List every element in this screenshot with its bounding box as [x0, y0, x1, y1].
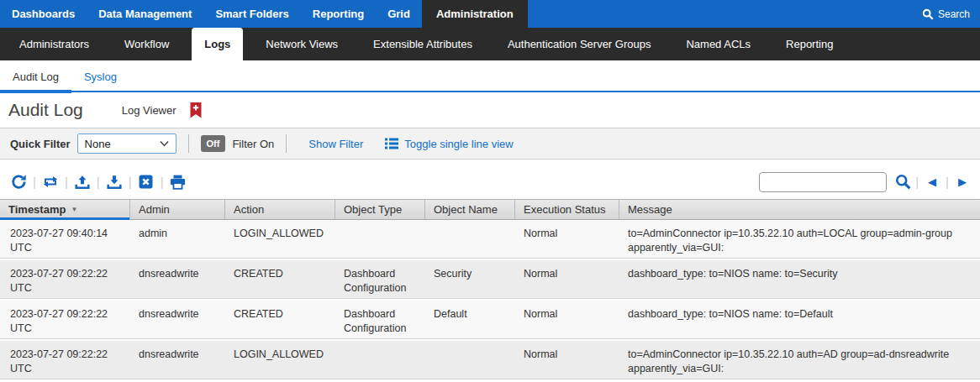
- tab-syslog[interactable]: Syslog: [71, 64, 129, 91]
- refresh-button[interactable]: [8, 172, 29, 192]
- global-search-button[interactable]: Search: [912, 0, 980, 28]
- nav-administration[interactable]: Administration: [422, 0, 528, 28]
- quick-filter-bar: Quick Filter None Off Filter On Show Fil…: [0, 128, 980, 160]
- nav-data-management[interactable]: Data Management: [87, 0, 203, 28]
- cell-admin: dnsreadwrite: [130, 301, 225, 339]
- upload-icon: [75, 175, 90, 190]
- cell-object-name: Default: [425, 301, 515, 339]
- subnav-logs[interactable]: Logs: [192, 28, 243, 60]
- export-csv-icon: [139, 175, 153, 189]
- upload-button[interactable]: [72, 172, 92, 192]
- cell-timestamp: 2023-07-27 09:40:14 UTC: [0, 220, 130, 259]
- column-label: Timestamp: [8, 203, 66, 216]
- filter-off-toggle[interactable]: Off: [201, 135, 226, 152]
- divider: |: [915, 175, 919, 189]
- search-icon: [922, 8, 934, 20]
- subnav-authentication-server-groups[interactable]: Authentication Server Groups: [495, 28, 664, 60]
- cell-action: CREATED: [225, 260, 335, 299]
- column-header-object-name[interactable]: Object Name: [425, 200, 515, 219]
- next-page-icon[interactable]: ▶: [953, 175, 972, 188]
- cell-object-name: Security: [425, 260, 515, 299]
- column-header-action[interactable]: Action: [225, 200, 335, 219]
- divider: |: [129, 175, 132, 189]
- page-title: Audit Log: [8, 100, 83, 120]
- column-header-admin[interactable]: Admin: [130, 200, 225, 219]
- search-icon: [895, 174, 911, 190]
- cell-object-name: [425, 341, 515, 379]
- subnav-network-views[interactable]: Network Views: [253, 28, 350, 60]
- log-search-button[interactable]: [895, 174, 911, 190]
- cell-admin: dnsreadwrite: [130, 341, 225, 379]
- cell-timestamp: 2023-07-27 09:22:22 UTC: [0, 301, 130, 339]
- column-header-message[interactable]: Message: [619, 200, 980, 219]
- cell-object-name: [425, 220, 515, 259]
- print-icon: [170, 175, 186, 190]
- divider: |: [65, 175, 68, 189]
- toggle-single-line-view-button[interactable]: Toggle single line view: [385, 138, 513, 150]
- subnav-workflow[interactable]: Workflow: [112, 28, 182, 60]
- column-header-timestamp[interactable]: Timestamp ▼: [0, 200, 130, 219]
- download-icon: [107, 175, 122, 190]
- column-header-execution-status[interactable]: Execution Status: [515, 200, 619, 219]
- cell-message: to=AdminConnector ip=10.35.22.10 auth=LO…: [619, 220, 980, 259]
- export-csv-button[interactable]: [136, 172, 156, 192]
- divider: |: [946, 175, 949, 189]
- refresh-icon: [11, 174, 27, 190]
- log-viewer-label: Log Viewer: [122, 104, 177, 117]
- filter-on-label: Filter On: [232, 138, 274, 150]
- quick-filter-select[interactable]: None: [77, 133, 177, 154]
- sort-descending-icon: ▼: [71, 206, 77, 213]
- subnav-named-acls[interactable]: Named ACLs: [673, 28, 763, 60]
- column-header-object-type[interactable]: Object Type: [335, 200, 425, 219]
- audit-log-table: Timestamp ▼ Admin Action Object Type Obj…: [0, 199, 980, 381]
- loop-button[interactable]: [40, 172, 61, 192]
- divider: |: [33, 175, 36, 189]
- topnav-spacer: [528, 0, 912, 28]
- table-row[interactable]: 2023-07-27 09:22:22 UTC dnsreadwrite CRE…: [0, 301, 980, 341]
- cell-object-type: [335, 341, 425, 379]
- administration-sub-navigation: Administrators Workflow Logs Network Vie…: [0, 28, 980, 60]
- quick-filter-value: None: [85, 138, 111, 150]
- tab-audit-log[interactable]: Audit Log: [0, 64, 71, 93]
- nav-grid[interactable]: Grid: [376, 0, 422, 28]
- page-header: Audit Log Log Viewer: [0, 92, 980, 128]
- cell-message: dashboard_type: to=NIOS name: to=Securit…: [619, 260, 980, 299]
- cell-action: CREATED: [225, 301, 335, 339]
- nav-reporting[interactable]: Reporting: [301, 0, 376, 28]
- table-header: Timestamp ▼ Admin Action Object Type Obj…: [0, 199, 980, 220]
- download-button[interactable]: [104, 172, 124, 192]
- cell-object-type: Dashboard Configuration: [335, 301, 425, 339]
- table-row[interactable]: 2023-07-27 09:22:22 UTC dnsreadwrite LOG…: [0, 341, 980, 381]
- cell-object-type: Dashboard Configuration: [335, 260, 425, 299]
- divider: [188, 134, 189, 153]
- cell-action: LOGIN_ALLOWED: [225, 341, 335, 379]
- log-toolbar: | | | | |: [0, 160, 980, 199]
- cell-timestamp: 2023-07-27 09:22:22 UTC: [0, 341, 130, 379]
- subnav-extensible-attributes[interactable]: Extensible Attributes: [361, 28, 485, 60]
- table-row[interactable]: 2023-07-27 09:40:14 UTC admin LOGIN_ALLO…: [0, 220, 980, 260]
- cell-execution-status: Normal: [515, 260, 619, 299]
- top-navigation: Dashboards Data Management Smart Folders…: [0, 0, 980, 28]
- log-search-input[interactable]: [759, 172, 887, 192]
- list-view-icon: [385, 138, 398, 149]
- show-filter-link[interactable]: Show Filter: [308, 138, 363, 150]
- toggle-single-line-view-label: Toggle single line view: [404, 138, 513, 150]
- cell-execution-status: Normal: [515, 220, 619, 259]
- print-button[interactable]: [168, 172, 188, 192]
- loop-icon: [43, 175, 58, 188]
- previous-page-icon[interactable]: ◀: [923, 175, 941, 188]
- divider: [286, 134, 287, 153]
- cell-admin: dnsreadwrite: [130, 260, 225, 299]
- subnav-administrators[interactable]: Administrators: [7, 28, 102, 60]
- cell-object-type: [335, 220, 425, 259]
- log-view-tabs: Audit Log Syslog: [0, 60, 980, 92]
- bookmark-add-button[interactable]: [190, 102, 202, 118]
- nav-dashboards[interactable]: Dashboards: [0, 0, 87, 28]
- subnav-reporting[interactable]: Reporting: [773, 28, 846, 60]
- nav-smart-folders[interactable]: Smart Folders: [203, 0, 300, 28]
- cell-admin: admin: [130, 220, 225, 259]
- divider: |: [97, 175, 100, 189]
- cell-execution-status: Normal: [515, 341, 619, 379]
- table-row[interactable]: 2023-07-27 09:22:22 UTC dnsreadwrite CRE…: [0, 260, 980, 301]
- cell-action: LOGIN_ALLOWED: [225, 220, 335, 259]
